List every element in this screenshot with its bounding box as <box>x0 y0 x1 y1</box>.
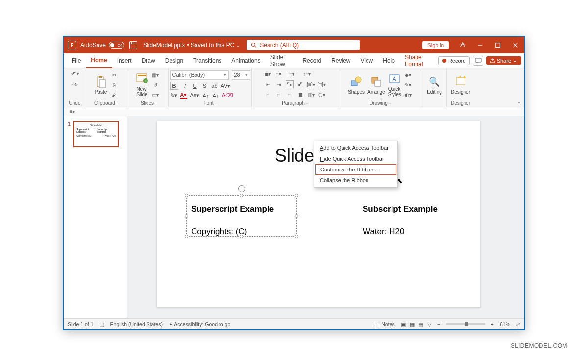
zoom-level[interactable]: 61% <box>500 321 510 327</box>
tab-transitions[interactable]: Transitions <box>188 53 226 68</box>
tab-review[interactable]: Review <box>326 53 355 68</box>
zoom-out-button[interactable]: − <box>437 321 440 327</box>
smartart-button[interactable]: ⬡▾ <box>318 91 326 98</box>
zoom-slider[interactable] <box>446 323 485 325</box>
font-name-combo[interactable]: Calibri (Body)▾ <box>170 70 229 80</box>
shapes-button[interactable]: Shapes <box>348 75 365 95</box>
zoom-in-button[interactable]: + <box>491 321 494 327</box>
ctx-hide-qat[interactable]: Hide Quick Access Toolbar <box>314 153 397 164</box>
tab-design[interactable]: Design <box>160 53 188 68</box>
reset-icon[interactable]: ↺ <box>151 81 159 89</box>
quick-styles-button[interactable]: AQuick Styles <box>388 73 401 97</box>
rtl-button[interactable]: ◂¶ <box>296 80 304 88</box>
decrease-indent-button[interactable]: ⇤ <box>264 80 272 88</box>
resize-handle[interactable] <box>240 235 243 238</box>
editing-button[interactable]: 🔍Editing <box>427 75 442 95</box>
tab-draw[interactable]: Draw <box>137 53 160 68</box>
columns-button[interactable]: ▥▾ <box>307 91 315 98</box>
resize-handle[interactable] <box>185 235 188 238</box>
grow-font-button[interactable]: A↑ <box>202 93 209 98</box>
tab-file[interactable]: File <box>67 53 86 68</box>
section-icon[interactable]: ▭▾ <box>151 91 159 98</box>
resize-handle[interactable] <box>295 194 298 197</box>
sorter-view-icon[interactable]: ▦ <box>410 321 415 327</box>
thumbnail-preview[interactable]: SlideModel Superscript ExampleSubscript … <box>74 121 119 147</box>
zoom-thumb[interactable] <box>465 322 468 326</box>
tab-record[interactable]: Record <box>297 53 326 68</box>
selection-box[interactable] <box>186 195 297 237</box>
reading-view-icon[interactable]: ▤ <box>418 321 423 327</box>
paste-button[interactable]: Paste <box>95 75 107 95</box>
font-launcher-icon[interactable]: ▫ <box>215 101 216 106</box>
shape-effects-button[interactable]: ◐▾ <box>404 91 412 98</box>
font-color-button[interactable]: A▾ <box>180 92 187 99</box>
resize-handle[interactable] <box>295 235 298 238</box>
align-text-button[interactable]: [□]▾ <box>318 80 326 88</box>
clipboard-launcher-icon[interactable]: ▫ <box>117 101 118 106</box>
record-button[interactable]: Record <box>438 56 470 65</box>
collapse-ribbon-icon[interactable]: ⌄ <box>516 98 521 105</box>
comments-button[interactable] <box>473 56 483 66</box>
search-box[interactable]: Search (Alt+Q) <box>247 40 360 50</box>
ltr-button[interactable]: ¶▸ <box>286 80 294 88</box>
designer-button[interactable]: Designer <box>451 75 470 95</box>
ctx-customize-ribbon[interactable]: Customize the Ribbon... <box>315 164 396 175</box>
resize-handle[interactable] <box>185 214 188 218</box>
resize-handle[interactable] <box>295 214 298 218</box>
character-spacing-button[interactable]: AV▾ <box>220 83 230 89</box>
shadow-button[interactable]: ab <box>211 83 218 89</box>
language-status[interactable]: English (United States) <box>110 321 163 327</box>
maximize-button[interactable] <box>489 37 507 53</box>
align-left-button[interactable]: ≡ <box>264 91 272 98</box>
minimize-button[interactable] <box>471 37 489 53</box>
fit-window-icon[interactable]: ⤢ <box>516 321 520 327</box>
layout-icon[interactable]: ▦▾ <box>151 71 159 79</box>
italic-button[interactable]: I <box>181 83 188 89</box>
redo-icon[interactable]: ↷ <box>71 81 79 89</box>
bold-button[interactable]: B <box>170 82 179 90</box>
rotate-handle-icon[interactable] <box>238 185 245 192</box>
normal-view-icon[interactable]: ▣ <box>401 321 406 327</box>
autosave-toggle[interactable]: Off <box>109 42 124 49</box>
increase-indent-button[interactable]: ⇥ <box>275 80 283 88</box>
font-size-combo[interactable]: 28▾ <box>232 70 250 80</box>
tab-insert[interactable]: Insert <box>112 53 137 68</box>
right-text-box[interactable]: Subscript Example Water: H20 <box>363 204 438 237</box>
new-slide-button[interactable]: + New Slide <box>136 73 148 97</box>
qat-customize-icon[interactable]: ≡▾ <box>68 108 77 115</box>
clear-format-button[interactable]: A⌫ <box>222 92 233 98</box>
paragraph-launcher-icon[interactable]: ▫ <box>306 101 308 106</box>
text-direction-button[interactable]: [≡]▾ <box>307 80 315 88</box>
undo-icon[interactable]: ↶▾ <box>71 70 79 78</box>
highlight-button[interactable]: ✎▾ <box>170 92 177 98</box>
resize-handle[interactable] <box>240 194 243 197</box>
cut-icon[interactable]: ✂ <box>110 71 118 79</box>
shape-fill-button[interactable]: ◆▾ <box>404 71 412 79</box>
coming-soon-icon[interactable] <box>454 37 471 53</box>
ctx-add-qat[interactable]: Add to Quick Access Toolbar <box>314 143 397 153</box>
list-level-button[interactable]: ⋮≡▾ <box>286 70 294 78</box>
align-right-button[interactable]: ≡ <box>286 91 294 98</box>
share-button[interactable]: Share⌄ <box>486 56 521 65</box>
change-case-button[interactable]: Aa▾ <box>190 92 199 98</box>
thumbnail-item[interactable]: 1 SlideModel Superscript ExampleSubscrip… <box>68 121 123 147</box>
close-button[interactable] <box>507 37 524 53</box>
shrink-font-button[interactable]: A↓ <box>212 93 219 98</box>
align-center-button[interactable]: ≡ <box>275 91 283 98</box>
notes-button[interactable]: ≣ Notes <box>375 321 394 327</box>
tab-slideshow[interactable]: Slide Show <box>266 53 298 68</box>
numbering-button[interactable]: ≡▾ <box>275 70 283 78</box>
shape-outline-button[interactable]: ✎▾ <box>404 81 412 89</box>
sign-in-button[interactable]: Sign in <box>422 41 449 49</box>
thumbnail-pane[interactable]: 1 SlideModel Superscript ExampleSubscrip… <box>64 116 127 318</box>
tab-shape-format[interactable]: Shape Format <box>400 53 438 68</box>
resize-handle[interactable] <box>185 194 188 197</box>
arrange-button[interactable]: Arrange <box>368 75 385 95</box>
title-dropdown-icon[interactable]: ⌄ <box>236 43 240 48</box>
spellcheck-icon[interactable]: ▢ <box>99 321 104 327</box>
line-spacing-button[interactable]: ↕≡▾ <box>303 70 311 78</box>
tab-view[interactable]: View <box>355 53 378 68</box>
tab-animations[interactable]: Animations <box>226 53 265 68</box>
strike-button[interactable]: S <box>201 83 208 89</box>
underline-button[interactable]: U <box>191 83 198 89</box>
